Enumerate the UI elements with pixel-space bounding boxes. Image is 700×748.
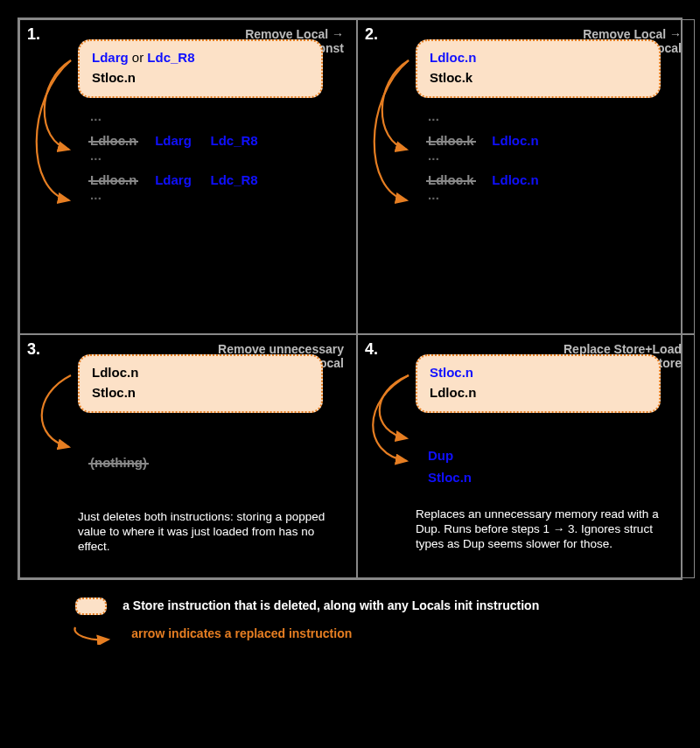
legend-arrow-row: arrow indicates a replaced instruction bbox=[18, 624, 682, 645]
panel-1-block-ldarg: Ldarg bbox=[92, 50, 129, 65]
panel-2-row-1-new: Ldloc.n bbox=[492, 133, 538, 148]
panel-1-row-2-new-b: Ldc_R8 bbox=[211, 172, 258, 187]
panel-2-block-line2: Stloc.k bbox=[430, 68, 647, 88]
legend: a Store instruction that is deleted, alo… bbox=[18, 598, 682, 645]
panel-4-block: Stloc.n Ldloc.n bbox=[416, 354, 661, 413]
panel-1: 1. Remove Local → Replace with Load Arg/… bbox=[19, 19, 357, 334]
panel-2-ellipsis-2: . . . bbox=[428, 148, 678, 164]
panel-3-block-line2: Stloc.n bbox=[92, 383, 309, 403]
panel-3-block-line1: Ldloc.n bbox=[92, 363, 309, 383]
panel-4-result-a: Dup bbox=[428, 448, 453, 463]
panel-2-row-2: Ldloc.k Ldloc.n bbox=[428, 172, 678, 187]
panel-3-desc: Just deletes both instructions: storing … bbox=[78, 510, 340, 555]
panel-1-row-2-old: Ldloc.n bbox=[90, 172, 136, 187]
panel-2-block: Ldloc.n Stloc.k bbox=[416, 39, 661, 98]
legend-swatch-text: a Store instruction that is deleted, alo… bbox=[122, 598, 539, 612]
panel-2-ellipsis-3: . . . bbox=[428, 187, 678, 203]
panel-1-block-ldc: Ldc_R8 bbox=[147, 50, 194, 65]
panel-1-row-1-new-b: Ldc_R8 bbox=[211, 133, 258, 148]
panel-4-desc: Replaces an unnecessary memory read with… bbox=[416, 507, 678, 552]
panel-2-number: 2. bbox=[365, 25, 378, 44]
panel-2-row-1: Ldloc.k Ldloc.n bbox=[428, 133, 678, 148]
panel-1-or: or bbox=[129, 50, 148, 65]
panel-1-ellipsis: . . . bbox=[90, 108, 340, 124]
panel-3: 3. Remove unnecessary Store+Load Local L… bbox=[19, 334, 357, 578]
panel-1-row-1-or: or bbox=[192, 133, 211, 148]
panel-4-result-b: Stloc.n bbox=[428, 470, 472, 485]
panel-1-row-1: Ldloc.n Ldarg or Ldc_R8 bbox=[90, 133, 340, 148]
panel-1-row-1-new-a: Ldarg bbox=[155, 133, 192, 148]
panel-2-row-2-new: Ldloc.n bbox=[492, 172, 538, 187]
panel-3-block: Ldloc.n Stloc.n bbox=[78, 354, 323, 413]
panel-1-row-2-new-a: Ldarg bbox=[155, 172, 192, 187]
panel-2-ellipsis: . . . bbox=[428, 108, 678, 124]
panel-4-block-line1: Stloc.n bbox=[430, 363, 647, 383]
panel-1-block: Ldarg or Ldc_R8 Stloc.n bbox=[78, 39, 323, 98]
panel-1-row-2: Ldloc.n Ldarg or Ldc_R8 bbox=[90, 172, 340, 187]
panel-4-number: 4. bbox=[365, 340, 378, 359]
panel-4-block-line2: Ldloc.n bbox=[430, 383, 647, 403]
legend-swatch-icon bbox=[75, 598, 107, 615]
panel-3-result: (nothing) bbox=[90, 455, 340, 470]
panel-2: 2. Remove Local → Replace with Load Loca… bbox=[357, 19, 695, 334]
panel-2-row-1-old: Ldloc.k bbox=[428, 133, 474, 148]
panel-3-result-text: (nothing) bbox=[90, 455, 147, 470]
panel-1-row-2-or: or bbox=[192, 172, 211, 187]
panel-2-block-line1: Ldloc.n bbox=[430, 48, 647, 68]
diagram-grid: 1. Remove Local → Replace with Load Arg/… bbox=[18, 17, 682, 580]
panel-1-ellipsis-2: . . . bbox=[90, 148, 340, 164]
panel-1-number: 1. bbox=[27, 25, 40, 44]
panel-4: 4. Replace Store+Load with Dup+Store Stl… bbox=[357, 334, 695, 578]
panel-4-result: Dup Stloc.n bbox=[428, 448, 678, 485]
legend-arrow-icon bbox=[70, 624, 122, 645]
panel-3-number: 3. bbox=[27, 340, 40, 359]
panel-1-ellipsis-3: . . . bbox=[90, 187, 340, 203]
panel-1-row-1-old: Ldloc.n bbox=[90, 133, 136, 148]
panel-2-row-2-old: Ldloc.k bbox=[428, 172, 474, 187]
legend-arrow-text: arrow indicates a replaced instruction bbox=[131, 626, 352, 640]
panel-1-block-stloc: Stloc.n bbox=[92, 68, 309, 88]
legend-swatch-row: a Store instruction that is deleted, alo… bbox=[18, 598, 682, 615]
